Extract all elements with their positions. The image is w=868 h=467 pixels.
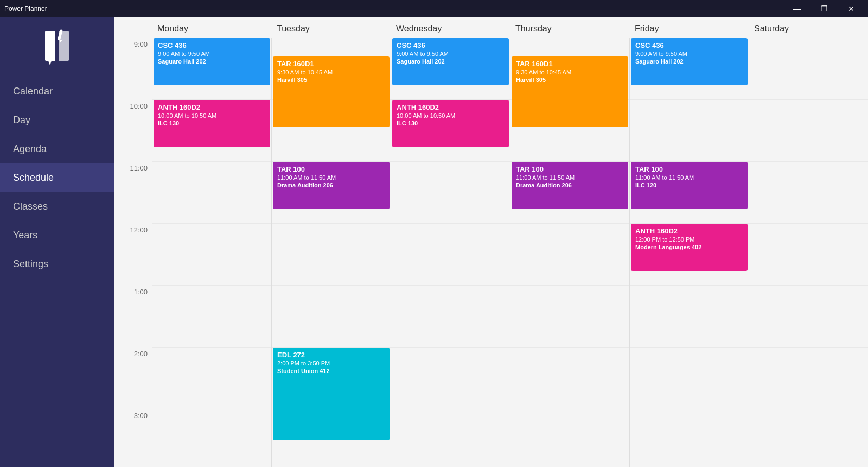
event-tue-edl272[interactable]: EDL 272 2:00 PM to 3:50 PM Student Union… [273,348,390,440]
header-wednesday: Wednesday [391,17,510,38]
calendar-area: Monday Tuesday Wednesday Thursday Friday… [114,17,868,467]
event-mon-anth160d2[interactable]: ANTH 160D2 10:00 AM to 10:50 AM ILC 130 [154,100,270,147]
monday-hour-3 [152,224,271,286]
schedule-grid: 9:00 10:00 11:00 12:00 1:00 2:00 3:00 [114,38,868,467]
event-mon-csc436[interactable]: CSC 436 9:00 AM to 9:50 AM Saguaro Hall … [154,38,270,85]
close-button[interactable]: ✕ [839,0,864,17]
tuesday-hour-3 [272,224,391,286]
saturday-hour-4 [749,286,868,348]
event-wed-csc436[interactable]: CSC 436 9:00 AM to 9:50 AM Saguaro Hall … [392,38,509,85]
app-title: Power Planner [4,5,47,12]
sidebar-item-schedule[interactable]: Schedule [0,163,114,192]
header-tuesday: Tuesday [271,17,391,38]
thursday-hour-3 [510,224,629,286]
saturday-column [749,38,868,467]
header-friday: Friday [629,17,749,38]
wednesday-column: CSC 436 9:00 AM to 9:50 AM Saguaro Hall … [391,38,510,467]
monday-hour-2 [152,162,271,224]
thursday-hour-5 [510,348,629,409]
monday-hour-5 [152,348,271,409]
header-saturday: Saturday [749,17,868,38]
time-200: 2:00 [114,348,152,409]
svg-rect-0 [45,31,57,61]
sidebar-item-years[interactable]: Years [0,221,114,250]
friday-hour-4 [630,286,749,348]
wednesday-hour-3 [391,224,510,286]
header-thursday: Thursday [510,17,629,38]
wednesday-hour-5 [391,348,510,409]
event-thu-tar160d1[interactable]: TAR 160D1 9:30 AM to 10:45 AM Harvill 30… [512,56,628,127]
sidebar: Calendar Day Agenda Schedule Classes Yea… [0,17,114,467]
time-1000: 10:00 [114,100,152,162]
time-100: 1:00 [114,286,152,348]
sidebar-item-day[interactable]: Day [0,106,114,135]
svg-rect-2 [55,31,59,61]
wednesday-hour-4 [391,286,510,348]
time-column: 9:00 10:00 11:00 12:00 1:00 2:00 3:00 [114,38,152,467]
friday-hour-6 [630,409,749,467]
event-fri-csc436[interactable]: CSC 436 9:00 AM to 9:50 AM Saguaro Hall … [631,38,748,85]
time-900: 9:00 [114,38,152,100]
monday-hour-6 [152,409,271,467]
time-1200: 12:00 [114,224,152,286]
event-thu-tar100[interactable]: TAR 100 11:00 AM to 11:50 AM Drama Audit… [512,162,628,209]
saturday-hour-2 [749,162,868,224]
thursday-hour-6 [510,409,629,467]
friday-hour-1 [630,100,749,162]
sidebar-item-agenda[interactable]: Agenda [0,135,114,163]
window-controls: — ❐ ✕ [784,0,864,17]
time-300: 3:00 [114,409,152,467]
monday-column: CSC 436 9:00 AM to 9:50 AM Saguaro Hall … [152,38,271,467]
saturday-hour-6 [749,409,868,467]
friday-column: CSC 436 9:00 AM to 9:50 AM Saguaro Hall … [629,38,749,467]
thursday-hour-4 [510,286,629,348]
event-wed-anth160d2[interactable]: ANTH 160D2 10:00 AM to 10:50 AM ILC 130 [392,100,509,147]
day-headers: Monday Tuesday Wednesday Thursday Friday… [114,17,868,38]
event-tue-tar160d1[interactable]: TAR 160D1 9:30 AM to 10:45 AM Harvill 30… [273,56,390,127]
saturday-hour-3 [749,224,868,286]
sidebar-item-settings[interactable]: Settings [0,250,114,279]
friday-hour-5 [630,348,749,409]
sidebar-item-classes[interactable]: Classes [0,192,114,221]
saturday-hour-5 [749,348,868,409]
sidebar-nav: Calendar Day Agenda Schedule Classes Yea… [0,77,114,279]
svg-marker-5 [48,61,52,65]
app-logo [0,17,114,72]
thursday-column: TAR 160D1 9:30 AM to 10:45 AM Harvill 30… [510,38,629,467]
logo-icon [41,28,73,66]
sidebar-item-calendar[interactable]: Calendar [0,77,114,106]
event-fri-anth160d2[interactable]: ANTH 160D2 12:00 PM to 12:50 PM Modern L… [631,224,748,271]
tuesday-column: TAR 160D1 9:30 AM to 10:45 AM Harvill 30… [271,38,391,467]
time-1100: 11:00 [114,162,152,224]
maximize-button[interactable]: ❐ [812,0,837,17]
wednesday-hour-6 [391,409,510,467]
saturday-hour-0 [749,38,868,100]
saturday-hour-1 [749,100,868,162]
days-container: CSC 436 9:00 AM to 9:50 AM Saguaro Hall … [152,38,868,467]
header-monday: Monday [152,17,271,38]
wednesday-hour-2 [391,162,510,224]
event-fri-tar100[interactable]: TAR 100 11:00 AM to 11:50 AM ILC 120 [631,162,748,209]
app-container: Calendar Day Agenda Schedule Classes Yea… [0,17,868,467]
monday-hour-4 [152,286,271,348]
tuesday-hour-4 [272,286,391,348]
titlebar: Power Planner — ❐ ✕ [0,0,868,17]
event-tue-tar100[interactable]: TAR 100 11:00 AM to 11:50 AM Drama Audit… [273,162,390,209]
minimize-button[interactable]: — [784,0,809,17]
